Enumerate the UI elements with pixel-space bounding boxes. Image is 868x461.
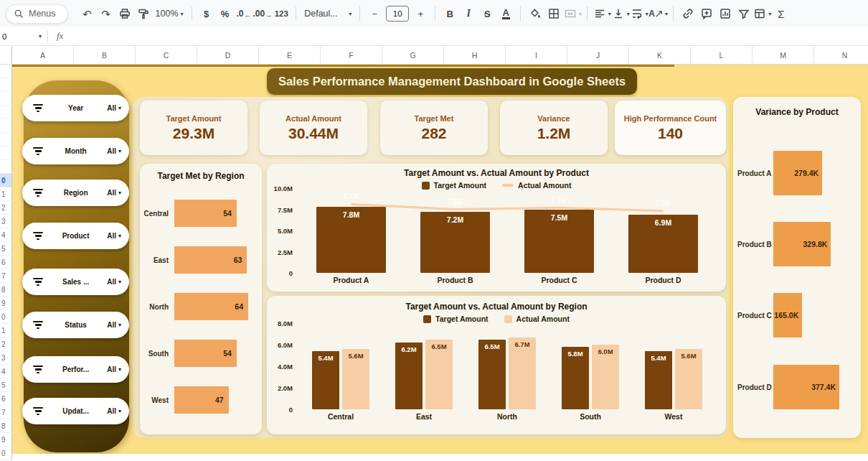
row-header[interactable]: 0 xyxy=(0,310,12,324)
row-header[interactable]: 6 xyxy=(0,256,12,269)
column-header-f[interactable]: F xyxy=(321,46,382,64)
zoom-control[interactable]: 100% ▾ xyxy=(153,4,187,23)
filter-value-dropdown[interactable]: All▾ xyxy=(107,232,121,240)
row-header[interactable] xyxy=(0,65,12,78)
column-header-a[interactable]: A xyxy=(12,46,74,64)
chart-target-vs-actual-by-product[interactable]: Target Amount vs. Actual Amount by Produ… xyxy=(267,164,726,292)
row-header[interactable] xyxy=(0,133,12,146)
insert-chart-button[interactable] xyxy=(716,4,735,23)
borders-button[interactable] xyxy=(544,4,563,23)
row-header[interactable] xyxy=(0,119,12,133)
text-color-button[interactable]: A xyxy=(496,4,515,23)
table-views-button[interactable]: ▾ xyxy=(753,4,772,23)
merge-cells-button[interactable]: ▾ xyxy=(563,4,582,23)
name-box[interactable]: 0 ▾ xyxy=(0,32,42,41)
print-button[interactable] xyxy=(115,4,134,23)
filter-value-dropdown[interactable]: All▾ xyxy=(107,365,121,373)
row-header[interactable] xyxy=(0,146,12,160)
row-header[interactable]: 9 xyxy=(0,433,12,447)
column-header-i[interactable]: I xyxy=(506,46,567,64)
row-header[interactable]: 8 xyxy=(0,283,12,297)
column-header-h[interactable]: H xyxy=(444,46,506,64)
font-size-input[interactable]: 10 xyxy=(386,6,409,22)
vertical-align-button[interactable]: ▾ xyxy=(611,4,630,23)
text-rotation-button[interactable]: A ▾ xyxy=(648,4,668,23)
column-header-l[interactable]: L xyxy=(691,46,753,64)
column-header-g[interactable]: G xyxy=(382,46,444,64)
create-filter-button[interactable] xyxy=(735,4,753,23)
row-header[interactable]: 2 xyxy=(0,201,12,215)
row-header[interactable]: 4 xyxy=(0,365,12,378)
filter-pill-year[interactable]: YearAll▾ xyxy=(22,95,129,121)
functions-button[interactable]: Σ xyxy=(772,4,791,23)
row-header[interactable]: 7 xyxy=(0,269,12,283)
strikethrough-button[interactable]: S xyxy=(478,4,496,23)
filter-pill-product[interactable]: ProductAll▾ xyxy=(22,223,129,249)
fill-color-button[interactable] xyxy=(526,4,544,23)
filter-pill-updat[interactable]: Updat...All▾ xyxy=(22,398,129,424)
chart-target-vs-actual-by-region[interactable]: Target Amount vs. Actual Amount by Regio… xyxy=(267,296,726,434)
column-header-b[interactable]: B xyxy=(74,46,136,64)
filter-pill-month[interactable]: MonthAll▾ xyxy=(22,138,129,164)
row-header[interactable]: 4 xyxy=(0,228,12,242)
font-select[interactable]: Defaul... ▾ xyxy=(301,4,354,23)
filter-pill-status[interactable]: StatusAll▾ xyxy=(22,312,129,338)
menus-search[interactable]: Menus xyxy=(6,4,68,24)
row-header[interactable]: 3 xyxy=(0,215,12,228)
chart-variance-by-product[interactable]: Variance by Product Product A279.4KProdu… xyxy=(733,97,861,438)
row-header[interactable] xyxy=(0,160,12,174)
chart-target-met-by-region[interactable]: Target Met by Region Central54East63Nort… xyxy=(140,164,262,434)
row-header[interactable]: 2 xyxy=(0,337,12,351)
row-header[interactable]: 9 xyxy=(0,297,12,310)
increase-font-size-button[interactable]: + xyxy=(411,4,430,23)
filter-value-dropdown[interactable]: All▾ xyxy=(107,407,121,415)
row-header[interactable]: 6 xyxy=(0,392,12,406)
row-header[interactable]: 7 xyxy=(0,406,12,419)
decrease-decimal-button[interactable]: .0← xyxy=(235,4,253,23)
redo-button[interactable]: ↷ xyxy=(97,4,115,23)
insert-link-button[interactable] xyxy=(679,4,697,23)
row-header[interactable]: 0 xyxy=(0,174,12,187)
horizontal-align-button[interactable]: ▾ xyxy=(593,4,611,23)
filter-value-dropdown[interactable]: All▾ xyxy=(107,104,121,112)
row-header[interactable] xyxy=(0,106,12,119)
decrease-font-size-button[interactable]: − xyxy=(365,4,384,23)
more-formats-button[interactable]: 123 xyxy=(272,4,291,23)
filter-pill-perfor[interactable]: Perfor...All▾ xyxy=(22,356,129,383)
row-header[interactable] xyxy=(0,78,12,92)
column-header-k[interactable]: K xyxy=(629,46,691,64)
insert-comment-button[interactable] xyxy=(697,4,716,23)
filter-value-dropdown[interactable]: All▾ xyxy=(107,278,121,286)
select-all-corner[interactable] xyxy=(0,46,12,64)
row-header[interactable]: 5 xyxy=(0,242,12,256)
row-header[interactable]: 1 xyxy=(0,187,12,201)
column-header-j[interactable]: J xyxy=(567,46,629,64)
kpi-value: 282 xyxy=(421,125,446,142)
format-currency-button[interactable]: $ xyxy=(197,4,216,23)
increase-decimal-button[interactable]: .00→ xyxy=(253,4,273,23)
column-header-c[interactable]: C xyxy=(136,46,197,64)
chart-title: Target Amount vs. Actual Amount by Produ… xyxy=(267,168,726,178)
row-header[interactable]: 0 xyxy=(0,447,12,460)
row-header[interactable]: 5 xyxy=(0,378,12,392)
filter-value-dropdown[interactable]: All▾ xyxy=(107,321,121,329)
sheet-canvas[interactable]: Sales Performance Management Dashboard i… xyxy=(12,65,868,461)
column-header-n[interactable]: N xyxy=(814,46,868,64)
row-header[interactable]: 8 xyxy=(0,419,12,433)
filter-pill-region[interactable]: RegionAll▾ xyxy=(22,180,129,206)
column-header-e[interactable]: E xyxy=(259,46,321,64)
row-header[interactable]: 3 xyxy=(0,351,12,365)
filter-pill-sales[interactable]: Sales ...All▾ xyxy=(22,269,129,295)
undo-button[interactable]: ↶ xyxy=(78,4,97,23)
text-wrap-button[interactable]: ▾ xyxy=(630,4,648,23)
row-header[interactable]: 1 xyxy=(0,324,12,337)
paint-format-button[interactable] xyxy=(134,4,153,23)
format-percent-button[interactable]: % xyxy=(216,4,235,23)
italic-button[interactable]: I xyxy=(459,4,478,23)
filter-value-dropdown[interactable]: All▾ xyxy=(107,189,121,197)
bold-button[interactable]: B xyxy=(440,4,459,23)
column-header-m[interactable]: M xyxy=(753,46,814,64)
filter-value-dropdown[interactable]: All▾ xyxy=(107,147,121,155)
column-header-d[interactable]: D xyxy=(197,46,259,64)
row-header[interactable] xyxy=(0,92,12,106)
